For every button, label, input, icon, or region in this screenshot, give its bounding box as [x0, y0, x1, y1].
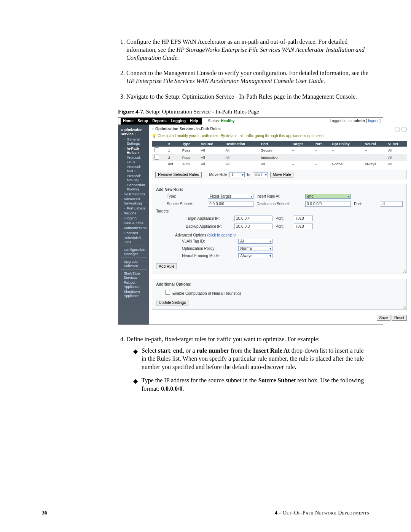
nav-setup[interactable]: Setup — [138, 119, 148, 123]
sidebar-item[interactable]: Host Settings — [118, 192, 149, 197]
backup-port-input[interactable]: 7810 — [294, 224, 313, 229]
targets-label: Targets: — [156, 209, 194, 213]
target-port-input[interactable]: 7810 — [294, 216, 313, 221]
row-checkbox[interactable] — [154, 147, 159, 152]
column-header: Port — [312, 141, 329, 147]
vlan-select[interactable]: All▾ — [238, 239, 272, 244]
source-subnet-input[interactable]: 0.0.0.0/0 — [208, 201, 253, 207]
resize-handle-icon — [403, 306, 406, 309]
tip-text: Check and modify your in-path rules. By … — [152, 134, 407, 138]
step-2: Connect to the Management Console to ver… — [126, 69, 369, 85]
neural-mode-select[interactable]: Always▾ — [238, 253, 272, 258]
sidebar-item[interactable]: Upgrade Software — [118, 259, 149, 268]
opt-policy-select[interactable]: Normal▾ — [238, 246, 272, 251]
column-header: Destination — [223, 141, 258, 147]
step-1: Configure the HP EFS WAN Accelerator as … — [126, 38, 369, 62]
status-value: Healthy — [221, 119, 235, 123]
sidebar-header[interactable]: Optimization Service — [118, 127, 149, 137]
update-settings-button[interactable]: Update Settings — [156, 300, 188, 305]
sidebar-item[interactable]: Authentication — [118, 225, 149, 230]
sidebar-item[interactable]: Licenses — [118, 230, 149, 235]
help-icon[interactable] — [401, 127, 407, 132]
column-header: Type — [180, 141, 199, 147]
figure-screenshot: Home: Setup: Reports: Logging: Help Stat… — [118, 117, 383, 325]
sidebar-item[interactable]: Logging — [118, 216, 149, 220]
sidebar-item[interactable]: General Settings — [118, 137, 149, 146]
column-header: # — [166, 141, 180, 147]
dest-subnet-input[interactable]: 0.0.0.0/0 — [305, 201, 351, 207]
figure-caption: Figure 4-7. Setup: Optimization Service … — [118, 109, 369, 115]
table-row: 2PassAllAllInteractive--------All — [152, 154, 407, 161]
table-row: defAutoAllAllAll----NormalAlwaysAll — [152, 161, 407, 167]
sidebar-item[interactable]: Advanced Networking — [118, 197, 149, 206]
dest-subnet-label: Destination Subnet: — [256, 202, 302, 206]
sidebar-item[interactable]: Protocol: MS-SQL — [118, 173, 149, 182]
sidebar: Optimization Service General SettingsIn-… — [118, 125, 149, 324]
nav-reports[interactable]: Reports — [152, 119, 167, 123]
step-4: Define in-path, fixed-target rules for t… — [126, 335, 369, 393]
sidebar-item[interactable]: Start/Stop Services — [118, 271, 149, 280]
sidebar-item[interactable]: Connection Pooling — [118, 182, 149, 192]
sidebar-item[interactable]: Scheduled Jobs — [118, 235, 149, 244]
page-footer: 36 4 - Out-Of-Path Network Deployments — [42, 510, 369, 516]
login-info: Logged in as: admin [ logout ] — [330, 119, 381, 123]
opt-policy-label: Optimization Policy: — [182, 246, 235, 251]
move-rule-to-select[interactable]: start▾ — [253, 172, 268, 177]
target-ip-input[interactable]: 10.0.0.4 — [234, 216, 272, 221]
sidebar-item[interactable]: Reboot Appliance — [118, 280, 149, 289]
port-input[interactable]: all — [380, 201, 403, 207]
rules-table: #TypeSourceDestinationPortTargetPortOpt … — [152, 141, 407, 167]
resize-handle-icon — [403, 270, 406, 273]
move-rule-button[interactable]: Move Rule — [270, 172, 294, 177]
main-panel: :. Optimization Service - In-Path Rules … — [149, 125, 410, 324]
refresh-icon[interactable] — [395, 127, 400, 132]
sidebar-item[interactable]: Port Labels — [118, 206, 149, 211]
save-button[interactable]: Save — [377, 315, 391, 321]
sidebar-item[interactable]: Date & Time — [118, 220, 149, 225]
nav-logging[interactable]: Logging — [171, 119, 186, 123]
neural-heuristics-checkbox[interactable] — [165, 290, 170, 295]
step-3: Navigate to the Setup: Optimization Serv… — [126, 93, 369, 101]
move-rule-label: Move Rule — [209, 173, 228, 177]
remove-rules-button[interactable]: Remove Selected Rules — [155, 172, 201, 177]
neural-heuristics-label: Enable Computation of Neural Heuristics — [172, 291, 241, 296]
add-rule-button[interactable]: Add Rule — [156, 264, 177, 269]
bullet-1: Select start, end, or a rule number from… — [133, 347, 369, 371]
page-title: Optimization Service - In-Path Rules — [155, 127, 221, 131]
vlan-label: VLAN Tag ID: — [182, 239, 235, 243]
sidebar-item[interactable]: Protocol: CIFS — [118, 155, 149, 164]
move-rule-from-select[interactable]: 1▾ — [229, 172, 245, 177]
column-header: VLAN — [386, 141, 407, 147]
add-rule-box: Add New Rule: Type: Fixed-Target▾ Insert… — [152, 184, 407, 273]
top-nav: Home: Setup: Reports: Logging: Help — [121, 118, 202, 125]
rules-toolbar: Remove Selected Rules Move Rule 1▾ to st… — [152, 170, 407, 179]
sidebar-item[interactable]: Configuration Manager — [118, 247, 149, 256]
logout-link[interactable]: logout — [368, 119, 378, 123]
sidebar-item[interactable]: In-Path Rules — [118, 146, 149, 155]
column-header: Target — [290, 141, 312, 147]
status-label: Status: — [208, 119, 220, 123]
target-ip-label: Target Appliance IP: — [186, 216, 231, 220]
column-header: Opt Policy — [330, 141, 362, 147]
table-row: 1PassAllAllSecure--------All — [152, 147, 407, 154]
insert-at-label: Insert Rule At: — [256, 194, 302, 198]
insert-at-select[interactable]: end▾ — [305, 194, 351, 199]
nav-help[interactable]: Help — [190, 119, 198, 123]
column-header: Neural — [362, 141, 386, 147]
sidebar-item[interactable]: Protocol: MAPI — [118, 164, 149, 173]
adv-options-toggle[interactable]: click to open — [209, 233, 230, 237]
reset-button[interactable]: Reset — [392, 315, 407, 321]
sidebar-item[interactable]: Reports — [118, 211, 149, 216]
type-select[interactable]: Fixed-Target▾ — [208, 194, 253, 199]
additional-options-box: Additional Options: Enable Computation o… — [152, 279, 407, 310]
row-checkbox[interactable] — [154, 155, 159, 160]
target-port-label: Port: — [276, 216, 291, 220]
source-subnet-label: Source Subnet: — [167, 202, 205, 206]
backup-ip-input[interactable]: 10.0.0.3 — [234, 224, 272, 229]
port-label: Port: — [354, 202, 377, 206]
backup-port-label: Port: — [276, 224, 291, 228]
adv-options-label: Advanced Options ( — [175, 233, 209, 237]
nav-home[interactable]: Home — [123, 119, 134, 123]
sidebar-item[interactable]: Shutdown Appliance — [118, 289, 149, 298]
add-rule-header: Add New Rule: — [156, 187, 403, 192]
